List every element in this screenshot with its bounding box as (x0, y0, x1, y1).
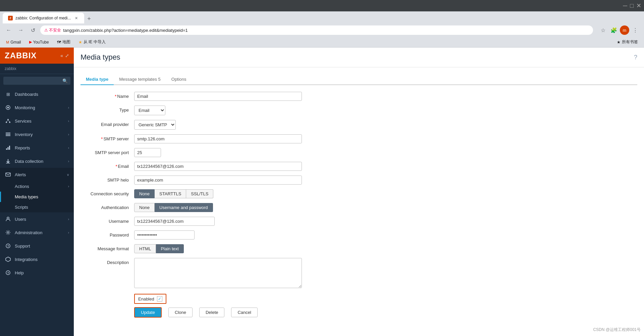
email-provider-row: Email provider Generic SMTP Gmail Office… (80, 120, 637, 130)
smtp-port-label: SMTP server port (80, 148, 134, 155)
reload-btn[interactable]: ↺ (28, 25, 38, 35)
form-tabs: Media type Message templates 5 Options (80, 74, 637, 85)
security-ssltls-btn[interactable]: SSL/TLS (186, 189, 213, 198)
reports-label: Reports (15, 145, 65, 150)
alerts-label: Alerts (15, 172, 63, 177)
inventory-icon (5, 131, 11, 138)
security-starttls-btn[interactable]: STARTTLS (155, 189, 186, 198)
tab-media-type[interactable]: Media type (80, 74, 114, 85)
email-label: *Email (80, 162, 134, 169)
tab-title: zabbix: Configuration of medi... (15, 16, 71, 20)
logo-controls[interactable]: « ⤢ (60, 53, 69, 58)
tab-message-templates[interactable]: Message templates 5 (114, 74, 166, 85)
data-collection-label: Data collection (15, 159, 65, 164)
media-types-label: Media types (15, 194, 38, 199)
page-help-icon[interactable]: ? (634, 54, 637, 61)
menu-btn[interactable]: ⋮ (631, 25, 640, 35)
new-tab-btn[interactable]: + (84, 14, 94, 23)
tab-options[interactable]: Options (166, 74, 192, 85)
extensions-btn[interactable]: 🧩 (609, 25, 619, 35)
sidebar-item-inventory[interactable]: Inventory › (0, 128, 74, 141)
password-input[interactable] (134, 230, 195, 240)
format-plaintext-btn[interactable]: Plain text (156, 244, 183, 253)
sidebar-logo: ZABBIX « ⤢ (0, 48, 74, 64)
update-button[interactable]: Update (134, 307, 162, 318)
description-row: Description (80, 258, 637, 289)
collapse-icon[interactable]: « (60, 53, 63, 58)
username-input[interactable] (134, 217, 215, 226)
maps-icon: 🗺 (57, 40, 61, 45)
address-input[interactable]: ⚠ 不安全 tanggxin.com/zabbix.php?action=med… (40, 25, 593, 35)
clone-button[interactable]: Clone (168, 308, 193, 317)
bookmark-ie-import[interactable]: ★ 从 IE 中导入 (76, 39, 108, 46)
tab-close-btn[interactable]: ✕ (73, 15, 79, 21)
sidebar-item-help[interactable]: ? Help (0, 266, 74, 279)
description-label: Description (80, 258, 134, 265)
email-provider-control: Generic SMTP Gmail Office 365 (134, 120, 302, 130)
cancel-button[interactable]: Cancel (231, 308, 257, 317)
sidebar: ZABBIX « ⤢ zabbix 🔍 ⊞ Dashboards Monitor… (0, 48, 74, 336)
sidebar-item-monitoring[interactable]: Monitoring › (0, 101, 74, 114)
auth-none-btn[interactable]: None (134, 203, 155, 212)
tab-bar: Z zabbix: Configuration of medi... ✕ + (0, 11, 644, 23)
close-btn[interactable]: ✕ (636, 2, 641, 9)
sidebar-item-reports[interactable]: Reports › (0, 141, 74, 154)
sidebar-item-data-collection[interactable]: Data collection › (0, 154, 74, 168)
browser-titlebar: ─ □ ✕ (0, 0, 644, 11)
sidebar-item-users[interactable]: Users › (0, 212, 74, 226)
email-input[interactable] (134, 162, 302, 171)
alerts-icon (5, 171, 11, 178)
expand-icon[interactable]: ⤢ (65, 53, 69, 58)
name-input[interactable] (134, 92, 302, 101)
sidebar-item-integrations[interactable]: Integrations (0, 253, 74, 266)
browser-chrome: ─ □ ✕ Z zabbix: Configuration of medi...… (0, 0, 644, 48)
bookmark-all[interactable]: ★ 所有书签 (615, 39, 640, 46)
type-select[interactable]: Email SMS Script Webhook (134, 106, 165, 115)
delete-button[interactable]: Delete (199, 308, 225, 317)
sidebar-item-support[interactable]: ? Support (0, 239, 74, 253)
smtp-server-input[interactable] (134, 134, 302, 143)
sidebar-item-scripts[interactable]: Scripts (0, 202, 74, 212)
security-none-btn[interactable]: None (134, 189, 155, 198)
description-textarea[interactable] (134, 258, 302, 288)
sidebar-username: zabbix (0, 64, 74, 74)
support-icon: ? (5, 243, 11, 249)
minimize-btn[interactable]: ─ (623, 2, 627, 9)
sidebar-item-alerts[interactable]: Alerts ∨ (0, 168, 74, 181)
authentication-group: None Username and password (134, 203, 302, 212)
main-content: Media types ? Media type Message templat… (74, 48, 644, 336)
email-provider-select[interactable]: Generic SMTP Gmail Office 365 (134, 120, 176, 130)
maximize-btn[interactable]: □ (630, 2, 634, 9)
address-bar: ← → ↺ ⚠ 不安全 tanggxin.com/zabbix.php?acti… (0, 23, 644, 37)
enabled-label: Enabled (138, 296, 154, 301)
enabled-checkbox[interactable]: ✓ (157, 296, 162, 301)
smtp-port-input[interactable] (134, 148, 161, 157)
sidebar-item-media-types[interactable]: Media types (0, 192, 74, 202)
profile-btn[interactable]: m (620, 25, 629, 35)
sidebar-search-input[interactable] (3, 77, 70, 85)
bookmark-youtube[interactable]: ▶ YouTube (27, 39, 51, 45)
format-html-btn[interactable]: HTML (134, 244, 156, 253)
sidebar-item-administration[interactable]: Administration › (0, 226, 74, 239)
tab-favicon: Z (8, 16, 13, 20)
back-btn[interactable]: ← (4, 25, 13, 35)
sidebar-item-dashboards[interactable]: ⊞ Dashboards (0, 87, 74, 101)
forward-btn[interactable]: → (16, 25, 25, 35)
sidebar-item-actions[interactable]: Actions › (0, 181, 74, 192)
inventory-arrow: › (68, 133, 69, 136)
smtp-helo-input[interactable] (134, 176, 302, 185)
integrations-label: Integrations (15, 257, 69, 262)
bookmarks-bar: M Gmail ▶ YouTube 🗺 地图 ★ 从 IE 中导入 ★ 所有书签 (0, 37, 644, 48)
active-tab[interactable]: Z zabbix: Configuration of medi... ✕ (3, 13, 84, 23)
reports-icon (5, 144, 11, 151)
users-icon (5, 216, 11, 222)
smtp-port-row: SMTP server port (80, 148, 637, 157)
sidebar-item-services[interactable]: Services › (0, 114, 74, 128)
auth-userpass-btn[interactable]: Username and password (155, 203, 213, 212)
action-buttons: Update Clone Delete Cancel (134, 307, 637, 318)
svg-line-5 (6, 120, 8, 122)
bookmark-maps[interactable]: 🗺 地图 (55, 39, 72, 46)
svg-point-3 (6, 122, 7, 123)
bookmark-gmail[interactable]: M Gmail (4, 39, 23, 45)
bookmark-btn[interactable]: ☆ (598, 25, 608, 35)
